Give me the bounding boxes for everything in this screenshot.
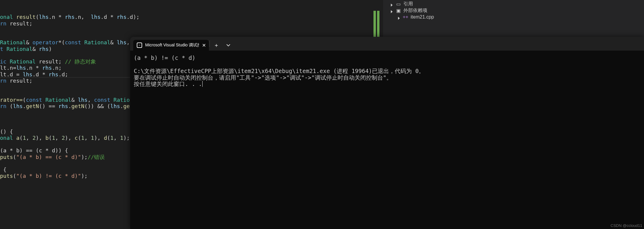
code-token: n xyxy=(55,65,58,71)
code-line[interactable]: rn result; xyxy=(0,20,382,27)
code-token: lhs xyxy=(23,71,33,78)
code-token: , xyxy=(113,135,120,141)
code-token: ); xyxy=(81,154,88,160)
code-token: n xyxy=(78,14,81,20)
chevron-right-icon xyxy=(390,2,393,5)
code-token: rhs xyxy=(49,71,59,78)
code-token: . xyxy=(75,14,78,20)
code-token: d xyxy=(52,147,55,154)
code-token: * xyxy=(42,147,52,154)
code-token: ); xyxy=(133,14,139,20)
code-token: ); xyxy=(81,173,88,179)
code-token: ( xyxy=(104,103,110,109)
code-token: getN xyxy=(26,103,39,109)
code-token: 1 xyxy=(52,135,55,141)
code-token: lhs xyxy=(39,14,49,20)
code-token: 1 xyxy=(91,135,94,141)
code-token: * xyxy=(55,14,65,20)
code-token: * xyxy=(58,39,62,46)
code-token: onal xyxy=(0,135,16,141)
code-token: == xyxy=(45,103,58,109)
code-token: && xyxy=(97,103,104,109)
code-token: = xyxy=(13,65,16,71)
text-cursor xyxy=(202,81,203,87)
code-token: 1 xyxy=(120,135,123,141)
code-token: ) xyxy=(19,147,26,154)
code-token: 2 xyxy=(32,135,36,141)
code-token: Rational xyxy=(7,46,33,52)
code-token: ; xyxy=(65,71,68,78)
code-token: "(a * b) != (c * d)" xyxy=(16,173,81,179)
tab-dropdown-button[interactable] xyxy=(222,40,234,51)
code-token: ( xyxy=(36,14,39,20)
code-token: // 静态对象 xyxy=(65,58,96,65)
code-token: , xyxy=(55,135,62,141)
close-icon[interactable]: ✕ xyxy=(202,43,206,48)
tree-node-label: 外部依赖项 xyxy=(403,7,427,14)
code-token: { xyxy=(0,166,7,173)
code-token: ic xyxy=(0,58,10,65)
externals-icon: ▣ xyxy=(396,8,401,13)
code-token: 1 xyxy=(110,135,114,141)
terminal-tab[interactable]: ＞ Microsoft Visual Studio 调试控 ✕ xyxy=(133,40,209,51)
code-line[interactable]: onal result(lhs.n * rhs.n, lhs.d * rhs.d… xyxy=(0,14,382,20)
code-token: . xyxy=(120,103,123,109)
code-token: ( xyxy=(62,39,65,46)
code-token: , xyxy=(84,135,91,141)
new-tab-button[interactable]: ＋ xyxy=(210,40,222,51)
code-token: , xyxy=(88,97,94,103)
code-token: ; xyxy=(58,65,62,71)
code-token: lhs xyxy=(78,97,88,103)
code-token: ( xyxy=(23,97,26,103)
code-line[interactable] xyxy=(0,27,382,33)
code-token: onal xyxy=(0,14,16,20)
code-token: operator xyxy=(32,39,58,46)
code-token: & xyxy=(71,97,78,103)
terminal-titlebar[interactable]: ＞ Microsoft Visual Studio 调试控 ✕ ＋ xyxy=(130,37,644,51)
solution-explorer[interactable]: ▭ 引用 ▣ 外部依赖项 ++ item21.cpp xyxy=(383,0,644,37)
code-token: c xyxy=(39,147,42,154)
code-token: , xyxy=(26,135,33,141)
tree-node-external-deps[interactable]: ▣ 外部依赖项 xyxy=(383,7,644,14)
code-token: c xyxy=(75,135,78,141)
code-token: d xyxy=(10,71,13,78)
code-token: 1 xyxy=(23,135,26,141)
cpp-file-icon: ++ xyxy=(403,14,408,20)
code-token: const xyxy=(65,39,84,46)
code-token: d xyxy=(130,14,133,20)
code-token: . xyxy=(32,71,36,78)
code-token: rhs xyxy=(65,14,75,20)
chevron-down-icon xyxy=(226,43,230,47)
code-token: lhs xyxy=(117,39,127,46)
code-token: , xyxy=(81,14,91,20)
minimap-marker xyxy=(373,11,376,38)
code-token: . xyxy=(26,65,29,71)
watermark: CSDN @ccloud11 xyxy=(610,223,642,228)
code-token: lt xyxy=(0,71,7,78)
code-token: result xyxy=(10,78,29,84)
code-token: Rational xyxy=(84,39,110,46)
tree-node-item21-cpp[interactable]: ++ item21.cpp xyxy=(383,14,644,20)
console-line: C:\文件资源\EffectiveCPP上部资源\item21\x64\Debu… xyxy=(134,68,424,74)
code-token: . xyxy=(7,65,10,71)
console-line: 要在调试停止时自动关闭控制台，请启用"工具"->"选项"->"调试"->"调试停… xyxy=(134,74,392,81)
code-token: & xyxy=(110,39,117,46)
debug-console-window[interactable]: ＞ Microsoft Visual Studio 调试控 ✕ ＋ (a * b… xyxy=(130,37,644,229)
code-token: ( xyxy=(49,135,52,141)
code-token: ( xyxy=(78,135,81,141)
terminal-output[interactable]: (a * b) != (c * d) C:\文件资源\EffectiveCPP上… xyxy=(130,51,644,92)
code-token: )) { xyxy=(55,147,68,154)
tree-node-label: 引用 xyxy=(403,1,413,7)
code-token: & xyxy=(32,46,39,52)
code-token: ( xyxy=(0,147,3,154)
code-token: //错误 xyxy=(88,154,105,160)
code-token: ), xyxy=(94,135,104,141)
tree-node-references[interactable]: ▭ 引用 xyxy=(383,1,644,7)
code-token: const xyxy=(94,97,113,103)
code-token: ; xyxy=(29,20,33,27)
code-token: == xyxy=(26,147,33,154)
code-token: d xyxy=(36,71,39,78)
code-token: a xyxy=(16,135,19,141)
code-token: rator== xyxy=(0,97,23,103)
code-token: n xyxy=(29,65,33,71)
